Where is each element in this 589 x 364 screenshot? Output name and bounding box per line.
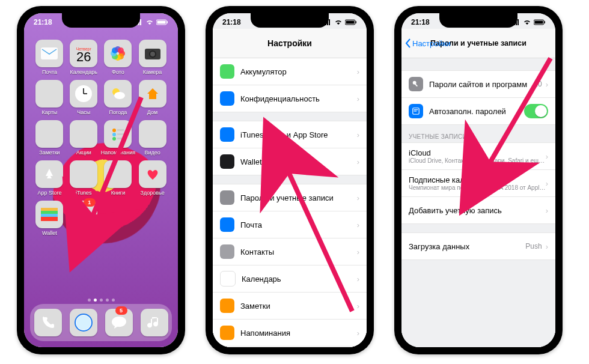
app-label: Карты: [42, 109, 58, 115]
settings-row[interactable]: Заметки›: [213, 293, 367, 320]
settings-row[interactable]: Диктофон›: [213, 347, 367, 347]
settings-row[interactable]: Пароли и учетные записи›: [213, 184, 367, 211]
svg-rect-29: [117, 138, 124, 139]
app-label: Камера: [143, 69, 162, 75]
toggle-switch[interactable]: [524, 104, 548, 118]
app-часы[interactable]: Часы: [67, 80, 101, 115]
row-icon: [220, 217, 234, 232]
svg-rect-3: [140, 19, 141, 25]
row-label: Пароли и учетные записи: [240, 193, 357, 202]
app-icon: [70, 120, 97, 148]
chevron-right-icon: ›: [357, 302, 359, 311]
svg-point-25: [112, 133, 116, 136]
dock-app[interactable]: 5: [105, 309, 133, 336]
chevron-right-icon: ›: [357, 329, 359, 338]
svg-rect-5: [157, 21, 166, 24]
status-time: 21:18: [222, 18, 241, 26]
app-календарь[interactable]: Четверг26Календарь: [67, 40, 101, 75]
back-button[interactable]: Настройки: [405, 38, 451, 48]
svg-rect-47: [356, 21, 357, 23]
settings-row[interactable]: Напоминания›: [213, 320, 367, 347]
app-label: App Store: [37, 190, 61, 196]
chevron-right-icon: ›: [357, 247, 359, 256]
row-website-passwords[interactable]: Пароли сайтов и программ 10 ›: [401, 71, 555, 98]
notch: [439, 13, 517, 28]
row-icon: [220, 64, 234, 79]
badge: 1: [84, 198, 96, 207]
settings-row[interactable]: iTunes Store и App Store›: [213, 121, 367, 148]
chevron-right-icon: ›: [357, 275, 359, 284]
app-icon: [70, 160, 97, 188]
chevron-right-icon: ›: [357, 130, 359, 139]
settings-row[interactable]: Контакты›: [213, 238, 367, 265]
app-дом[interactable]: Дом: [135, 80, 169, 115]
row-autofill[interactable]: Автозаполн. паролей: [401, 98, 555, 124]
app-карты[interactable]: Карты: [32, 80, 67, 115]
app-label: Заметки: [39, 150, 60, 156]
app-акции[interactable]: Акции: [67, 120, 101, 156]
account-row[interactable]: iCloudiCloud Drive, Контакты, Календари,…: [401, 143, 555, 170]
dock: 5: [30, 304, 172, 341]
row-label: Аккумулятор: [240, 67, 357, 76]
svg-rect-28: [117, 133, 124, 135]
badge: 5: [115, 306, 127, 315]
app-label: Здоровье: [140, 190, 164, 196]
settings-root: Настройки Аккумулятор›Конфиденциальность…: [213, 13, 367, 347]
app-книги[interactable]: Книги: [101, 160, 135, 196]
app-icon: [35, 201, 63, 228]
app-почта[interactable]: Почта: [32, 40, 67, 75]
app-видео[interactable]: Видео: [135, 120, 169, 156]
row-label: Конфиденциальность: [240, 94, 357, 103]
chevron-right-icon: ›: [357, 94, 359, 103]
svg-point-39: [76, 315, 91, 330]
row-label: Заметки: [240, 302, 357, 311]
app-label: Погода: [109, 109, 127, 115]
app-label: Календарь: [70, 69, 97, 75]
app-icon: [139, 160, 166, 188]
dock-app[interactable]: [34, 309, 62, 336]
app-label: Акции: [76, 150, 91, 156]
row-icon: [220, 154, 234, 169]
app-камера[interactable]: Камера: [135, 40, 169, 75]
dock-app[interactable]: [70, 309, 97, 336]
app-настройки[interactable]: 1Настройки: [67, 201, 101, 236]
svg-point-24: [112, 129, 116, 132]
chevron-right-icon: ›: [357, 67, 359, 76]
notch: [251, 13, 329, 28]
settings-row[interactable]: Аккумулятор›: [213, 58, 367, 85]
app-погода[interactable]: Погода: [101, 80, 135, 115]
row-label: Wallet и Apple Pay: [240, 157, 357, 166]
svg-point-18: [150, 52, 155, 56]
app-напоминания[interactable]: Напоминания: [101, 120, 135, 156]
accounts-list[interactable]: Пароли сайтов и программ 10 › Автозаполн…: [401, 58, 555, 347]
chevron-right-icon: ›: [546, 206, 548, 215]
settings-list[interactable]: Аккумулятор›Конфиденциальность›iTunes St…: [213, 58, 367, 347]
account-row[interactable]: Подписные календариЧемпионат мира по фут…: [401, 170, 555, 197]
chevron-right-icon: ›: [546, 152, 548, 161]
navbar-title: Настройки: [267, 38, 312, 48]
settings-row[interactable]: Конфиденциальность›: [213, 85, 367, 112]
status-time: 21:18: [34, 18, 52, 26]
dock-app[interactable]: [141, 309, 168, 336]
app-app-store[interactable]: App Store: [32, 160, 67, 196]
app-icon: [104, 160, 132, 188]
chevron-right-icon: ›: [546, 80, 548, 89]
settings-row[interactable]: Почта›: [213, 211, 367, 238]
settings-row[interactable]: Wallet и Apple Pay›: [213, 148, 367, 175]
app-itunes[interactable]: iTunes: [67, 160, 101, 196]
app-здоровье[interactable]: Здоровье: [135, 160, 169, 196]
row-label: iTunes Store и App Store: [240, 130, 357, 139]
row-fetch[interactable]: Загрузка данных Push ›: [401, 233, 555, 259]
row-label: Контакты: [240, 247, 357, 256]
app-заметки[interactable]: Заметки: [32, 120, 67, 156]
app-icon: [70, 80, 97, 108]
svg-rect-54: [535, 21, 543, 24]
app-wallet[interactable]: Wallet: [32, 201, 67, 236]
account-row[interactable]: Добавить учетную запись›: [401, 197, 555, 223]
app-фото[interactable]: Фото: [101, 40, 135, 75]
app-icon: [70, 309, 97, 336]
app-icon: [35, 80, 63, 108]
row-label: Загрузка данных: [409, 242, 525, 251]
row-icon: [220, 299, 234, 313]
settings-row[interactable]: Календарь›: [213, 265, 367, 293]
